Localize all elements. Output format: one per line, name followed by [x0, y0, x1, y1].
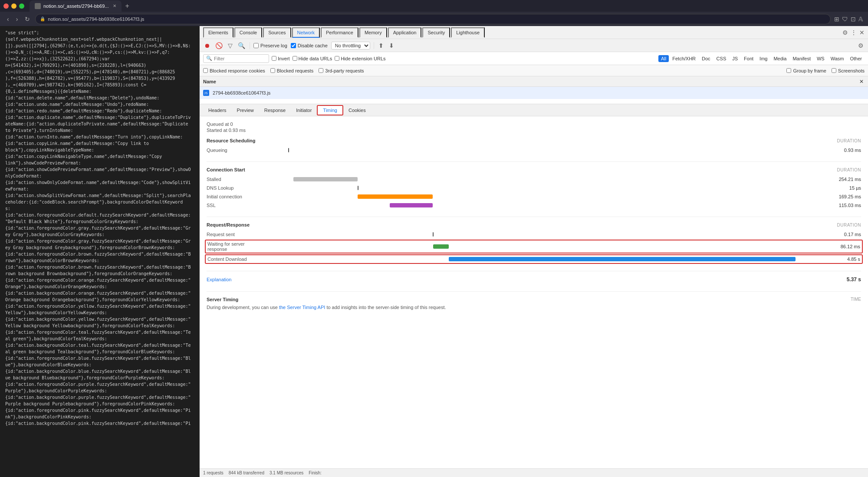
server-timing-text: During development, you can use the Serv…: [207, 304, 861, 312]
invert-checkbox[interactable]: Invert: [272, 56, 290, 61]
lock-icon: 🔒: [40, 16, 45, 21]
ssl-bar: [390, 203, 433, 207]
forward-button[interactable]: ›: [14, 15, 20, 23]
request-row[interactable]: JS 2794-bb6938ce610647f3.js: [200, 87, 868, 99]
detail-tab-cookies[interactable]: Cookies: [343, 106, 371, 115]
dns-label: DNS Lookup: [207, 185, 285, 191]
record-button[interactable]: ⏺: [203, 41, 211, 50]
disable-cache-checkbox[interactable]: Disable cache: [291, 43, 328, 48]
tab-memory[interactable]: Memory: [359, 27, 387, 38]
filter-all[interactable]: All: [658, 55, 669, 62]
clear-button[interactable]: 🚫: [214, 41, 224, 50]
filter-ws[interactable]: WS: [814, 55, 827, 62]
server-timing-api-link[interactable]: the Server Timing API: [279, 305, 325, 310]
detail-tab-timing[interactable]: Timing: [317, 105, 343, 115]
back-button[interactable]: ‹: [5, 15, 11, 23]
connection-start-duration-label: DURATION: [837, 168, 861, 172]
filter-icon-button[interactable]: ▽: [227, 41, 233, 50]
screenshots-checkbox[interactable]: Screenshots: [832, 68, 865, 73]
download-icon[interactable]: ⬇: [388, 41, 395, 50]
connection-start-title: Connection Start: [207, 167, 245, 172]
settings-icon[interactable]: ⚙: [857, 41, 865, 50]
dns-bar-area: [288, 185, 823, 191]
request-sent-duration: 0.17 ms: [826, 232, 861, 237]
active-tab[interactable]: notion.so/_assets/2794-bb69... ✕: [30, 0, 122, 12]
detail-tab-headers[interactable]: Headers: [203, 106, 232, 115]
filter-input[interactable]: [214, 56, 266, 61]
filter-js[interactable]: JS: [730, 55, 740, 62]
filter-fetch-xhr[interactable]: Fetch/XHR: [670, 55, 698, 62]
reading-list-button[interactable]: 𝔸: [858, 16, 863, 23]
hide-extension-urls-checkbox[interactable]: Hide extension URLs: [335, 56, 385, 61]
filter-img[interactable]: Img: [757, 55, 770, 62]
tab-bar: notion.so/_assets/2794-bb69... ✕ +: [0, 0, 868, 12]
close-window-button[interactable]: [3, 3, 9, 9]
tab-security[interactable]: Security: [422, 27, 450, 38]
divider-1: [207, 161, 861, 162]
preserve-log-checkbox[interactable]: Preserve log: [253, 43, 287, 48]
explanation-link[interactable]: Explanation: [207, 277, 232, 282]
blocked-cookies-checkbox[interactable]: Blocked response cookies: [203, 68, 265, 73]
third-party-checkbox[interactable]: 3rd-party requests: [319, 68, 364, 73]
tab-network[interactable]: Network: [292, 27, 320, 38]
transferred-size: 844 kB transferred: [229, 470, 264, 475]
upload-icon[interactable]: ⬆: [378, 41, 385, 50]
resource-scheduling-header: Resource Scheduling DURATION: [207, 138, 861, 143]
content-download-duration: 4.85 s: [825, 257, 860, 262]
close-detail-button[interactable]: ✕: [858, 78, 865, 86]
tab-application[interactable]: Application: [388, 27, 422, 38]
filter-manifest[interactable]: Manifest: [790, 55, 813, 62]
timing-row-content-download: Content Download 4.85 s: [205, 254, 863, 264]
reload-button[interactable]: ↻: [23, 15, 32, 23]
request-sent-bar-area: [288, 231, 823, 237]
filter-css[interactable]: CSS: [714, 55, 729, 62]
queueing-bar-area: [288, 147, 823, 153]
content-download-label: Content Download: [207, 257, 286, 262]
new-tab-button[interactable]: +: [123, 2, 131, 10]
filter-media[interactable]: Media: [771, 55, 789, 62]
shield-button[interactable]: 🛡: [842, 16, 848, 23]
resource-scheduling-section: Resource Scheduling DURATION Queueing 0.…: [207, 138, 861, 155]
group-by-frame-checkbox[interactable]: Group by frame: [786, 68, 826, 73]
source-code: "use strict"; (self.webpackChunknotion_n…: [0, 30, 199, 427]
filter-font[interactable]: Font: [741, 55, 756, 62]
detail-tab-initiator[interactable]: Initiator: [291, 106, 317, 115]
detail-tab-preview[interactable]: Preview: [232, 106, 259, 115]
blocked-requests-checkbox[interactable]: Blocked requests: [270, 68, 313, 73]
table-header: Name ✕: [200, 76, 868, 87]
filter-wasm[interactable]: Wasm: [828, 55, 847, 62]
tab-lighthouse[interactable]: Lighthouse: [451, 27, 485, 38]
total-row: Explanation 5.37 s: [207, 275, 861, 284]
tab-sources[interactable]: Sources: [263, 27, 291, 38]
translate-button[interactable]: ⊞: [834, 16, 839, 23]
search-button[interactable]: 🔍: [237, 41, 246, 50]
filter-other[interactable]: Other: [847, 55, 865, 62]
initial-connection-bar-area: [288, 194, 823, 200]
address-bar[interactable]: 🔒 notion.so/_assets/2794-bb6938ce610647f…: [35, 14, 831, 24]
server-timing-section: Server Timing TIME During development, y…: [207, 291, 861, 312]
waiting-label: Waiting for serverresponse: [207, 241, 286, 252]
devtools-tabs: Elements Console Sources Network Perform…: [200, 26, 868, 39]
request-response-section: Request/Response DURATION Request sent 0…: [207, 222, 861, 264]
devtools-more-icon[interactable]: ⋮: [851, 29, 857, 36]
tab-performance[interactable]: Performance: [321, 27, 358, 38]
traffic-lights: [3, 3, 24, 9]
queueing-duration: 0.93 ms: [826, 148, 861, 153]
maximize-window-button[interactable]: [19, 3, 24, 9]
tab-favicon: [35, 3, 41, 9]
minimize-window-button[interactable]: [11, 3, 16, 9]
timing-row-request-sent: Request sent 0.17 ms: [207, 230, 861, 239]
hide-data-urls-checkbox[interactable]: Hide data URLs: [293, 56, 332, 61]
request-response-duration-label: DURATION: [837, 223, 861, 227]
reader-view-button[interactable]: ⊡: [851, 16, 856, 23]
tab-console[interactable]: Console: [234, 27, 262, 38]
content-download-bar: [449, 257, 795, 261]
devtools-settings-icon[interactable]: ⚙: [842, 29, 848, 36]
detail-tab-response[interactable]: Response: [259, 106, 291, 115]
throttling-select[interactable]: No throttling: [331, 42, 370, 49]
tab-elements[interactable]: Elements: [203, 27, 233, 38]
timing-row-initial-connection: Initial connection 169.25 ms: [207, 192, 861, 201]
tab-close-button[interactable]: ✕: [113, 3, 116, 8]
devtools-close-icon[interactable]: ✕: [859, 29, 865, 36]
filter-doc[interactable]: Doc: [699, 55, 713, 62]
